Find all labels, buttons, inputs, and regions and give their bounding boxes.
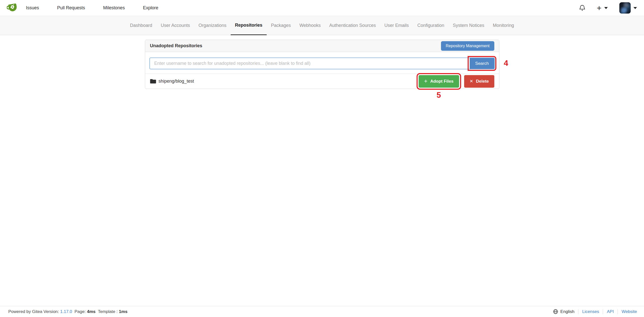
adopt-files-label: Adopt Files bbox=[430, 79, 454, 84]
tab-monitoring[interactable]: Monitoring bbox=[489, 16, 518, 35]
folder-icon bbox=[150, 78, 156, 84]
x-icon: ✕ bbox=[470, 79, 473, 83]
search-section: Search 4 bbox=[145, 52, 499, 74]
avatar bbox=[619, 2, 631, 14]
footer: Powered by Gitea Version:1.17.0 Page:4ms… bbox=[0, 306, 644, 317]
unadopted-repositories-panel: Unadopted Repositories Repository Manage… bbox=[145, 40, 499, 89]
tab-configuration[interactable]: Configuration bbox=[413, 16, 449, 35]
repository-management-button[interactable]: Repository Management bbox=[441, 41, 494, 51]
footer-powered-by: Powered by Gitea Version:1.17.0 Page:4ms… bbox=[8, 309, 129, 314]
adopt-files-wrap: + Adopt Files 5 bbox=[419, 75, 459, 88]
tab-packages[interactable]: Packages bbox=[267, 16, 295, 35]
powered-by-text: Powered by Gitea Version: bbox=[8, 309, 59, 314]
template-time-value: 1ms bbox=[119, 309, 128, 314]
chevron-down-icon bbox=[604, 7, 608, 9]
notifications-bell-icon[interactable] bbox=[579, 5, 586, 11]
tab-authentication-sources[interactable]: Authentication Sources bbox=[325, 16, 380, 35]
user-menu-dropdown[interactable] bbox=[619, 2, 637, 14]
repo-name: shipeng/blog_test bbox=[158, 79, 194, 84]
panel-header: Unadopted Repositories Repository Manage… bbox=[145, 40, 499, 52]
adopt-files-button[interactable]: + Adopt Files bbox=[419, 75, 459, 88]
search-button[interactable]: Search bbox=[470, 58, 494, 69]
annotation-number-4: 4 bbox=[504, 59, 508, 67]
tab-user-emails[interactable]: User Emails bbox=[380, 16, 413, 35]
page-time-value: 4ms bbox=[87, 309, 96, 314]
gitea-logo-icon[interactable] bbox=[7, 3, 18, 13]
table-row: shipeng/blog_test + Adopt Files 5 ✕ Dele… bbox=[145, 74, 499, 89]
delete-label: Delete bbox=[476, 79, 489, 84]
footer-links: English Licenses API Website bbox=[549, 309, 637, 314]
nav-item-issues[interactable]: Issues bbox=[26, 5, 39, 11]
globe-icon bbox=[553, 309, 558, 314]
licenses-link[interactable]: Licenses bbox=[578, 309, 603, 314]
chevron-down-icon bbox=[633, 7, 637, 9]
page-title: Unadopted Repositories bbox=[150, 43, 202, 48]
nav-item-explore[interactable]: Explore bbox=[143, 5, 158, 11]
admin-tabbar: Dashboard User Accounts Organizations Re… bbox=[0, 16, 644, 35]
top-navbar: Issues Pull Requests Milestones Explore … bbox=[0, 0, 644, 16]
tab-dashboard[interactable]: Dashboard bbox=[126, 16, 156, 35]
page-time-label: Page: bbox=[74, 309, 86, 314]
create-new-dropdown[interactable]: + bbox=[597, 4, 608, 12]
tab-system-notices[interactable]: System Notices bbox=[449, 16, 489, 35]
delete-button[interactable]: ✕ Delete bbox=[464, 75, 494, 88]
nav-item-milestones[interactable]: Milestones bbox=[103, 5, 125, 11]
plus-icon: + bbox=[597, 4, 601, 12]
tab-repositories[interactable]: Repositories bbox=[231, 16, 267, 35]
tab-organizations[interactable]: Organizations bbox=[194, 16, 231, 35]
template-time-label: Template : bbox=[98, 309, 117, 314]
tab-user-accounts[interactable]: User Accounts bbox=[156, 16, 194, 35]
language-selector[interactable]: English bbox=[549, 309, 578, 314]
api-link[interactable]: API bbox=[603, 309, 617, 314]
plus-icon: + bbox=[424, 78, 427, 84]
navbar-right: + bbox=[579, 2, 637, 14]
version-link[interactable]: 1.17.0 bbox=[60, 309, 72, 314]
language-label: English bbox=[560, 309, 575, 314]
annotation-number-5: 5 bbox=[437, 91, 441, 99]
tab-webhooks[interactable]: Webhooks bbox=[295, 16, 325, 35]
nav-item-pull-requests[interactable]: Pull Requests bbox=[57, 5, 85, 11]
search-input-group: Search bbox=[149, 58, 495, 69]
row-actions: + Adopt Files 5 ✕ Delete bbox=[419, 75, 494, 88]
website-link[interactable]: Website bbox=[618, 309, 637, 314]
search-input[interactable] bbox=[150, 58, 470, 69]
